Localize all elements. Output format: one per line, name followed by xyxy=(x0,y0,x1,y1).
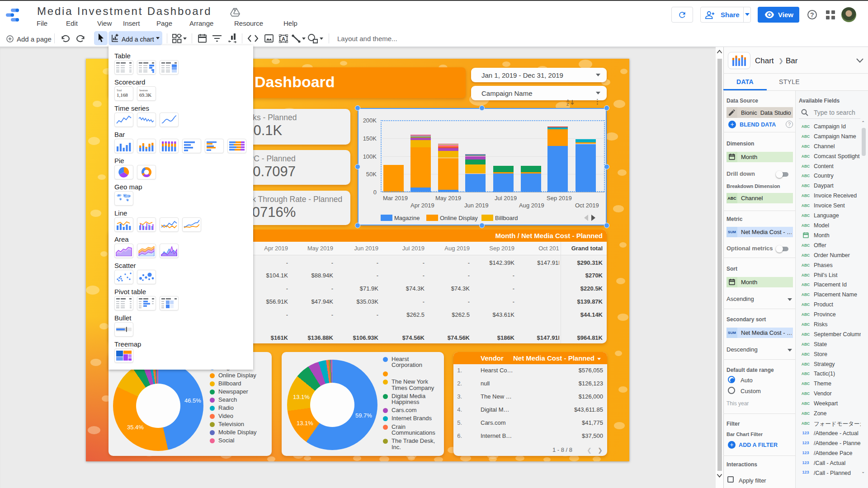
svg-text:A: A xyxy=(282,36,285,42)
svg-text:69.3K: 69.3K xyxy=(139,92,151,98)
svg-text:Z: Z xyxy=(566,102,569,106)
svg-text:Total: Total xyxy=(117,89,122,92)
svg-text:1,168: 1,168 xyxy=(117,92,128,98)
svg-text:Sessions: Sessions xyxy=(139,89,148,92)
